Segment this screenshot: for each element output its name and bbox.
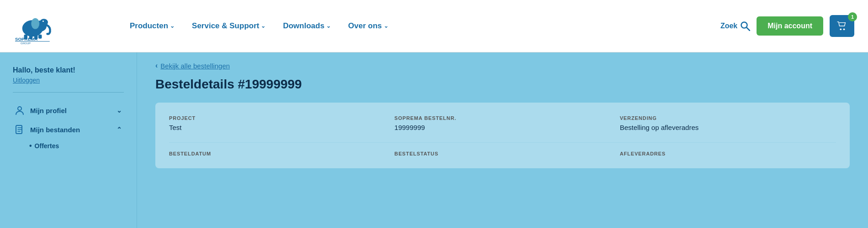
order-field-bestelstatus: BESTELSTATUS bbox=[394, 151, 610, 159]
header: SOPREMA GROUP Producten ⌄ Service & Supp… bbox=[0, 0, 868, 52]
page-title: Besteldetails #19999999 bbox=[155, 77, 850, 92]
sidebar: Hallo, beste klant! Uitloggen Mijn profi… bbox=[0, 52, 137, 228]
chevron-down-icon: ⌄ bbox=[326, 23, 331, 29]
search-button[interactable]: Zoek bbox=[720, 21, 750, 31]
nav-item-producten[interactable]: Producten ⌄ bbox=[123, 19, 181, 33]
logo-svg: SOPREMA GROUP bbox=[14, 8, 69, 44]
svg-text:SOPREMA: SOPREMA bbox=[15, 36, 37, 41]
logo-area: SOPREMA GROUP bbox=[14, 8, 105, 44]
svg-point-15 bbox=[843, 29, 845, 31]
sidebar-submenu: • Offertes bbox=[13, 139, 124, 153]
sidebar-submenu-item-offertes[interactable]: • Offertes bbox=[29, 139, 124, 153]
cart-button[interactable]: 1 bbox=[830, 15, 854, 37]
chevron-up-icon: ⌃ bbox=[116, 126, 122, 133]
content-area: Hallo, beste klant! Uitloggen Mijn profi… bbox=[0, 52, 868, 228]
main-content: ‹ Bekijk alle bestellingen Besteldetails… bbox=[137, 52, 868, 228]
order-field-project: PROJECT Test bbox=[169, 115, 385, 131]
chevron-down-icon: ⌄ bbox=[384, 23, 388, 29]
svg-line-13 bbox=[746, 27, 750, 31]
order-field-label-bestelstatus: BESTELSTATUS bbox=[394, 151, 610, 156]
svg-point-14 bbox=[840, 29, 842, 31]
order-divider bbox=[169, 142, 836, 143]
chevron-down-icon: ⌄ bbox=[170, 23, 175, 29]
main-nav: Producten ⌄ Service & Support ⌄ Download… bbox=[123, 19, 720, 33]
order-field-label-verzending: VERZENDING bbox=[620, 115, 836, 121]
order-bottom-row: BESTELDATUM BESTELSTATUS AFLEVERADRES bbox=[169, 151, 836, 159]
order-field-label-afleveradres: AFLEVERADRES bbox=[620, 151, 836, 156]
svg-rect-8 bbox=[38, 35, 42, 39]
order-field-label-project: PROJECT bbox=[169, 115, 385, 121]
cart-icon bbox=[837, 21, 847, 31]
file-icon bbox=[15, 124, 25, 135]
order-field-afleveradres: AFLEVERADRES bbox=[620, 151, 836, 159]
svg-text:GROUP: GROUP bbox=[21, 42, 31, 44]
nav-item-downloads[interactable]: Downloads ⌄ bbox=[276, 19, 337, 33]
order-field-besteldatum: BESTELDATUM bbox=[169, 151, 385, 159]
bullet-icon: • bbox=[29, 142, 32, 150]
sidebar-logout-link[interactable]: Uitloggen bbox=[13, 77, 40, 84]
mijn-account-button[interactable]: Mijn account bbox=[757, 16, 823, 36]
sidebar-item-mijn-bestanden[interactable]: Mijn bestanden ⌃ bbox=[13, 120, 124, 139]
nav-item-over-ons[interactable]: Over ons ⌄ bbox=[342, 19, 395, 33]
search-icon bbox=[740, 21, 750, 31]
header-right: Zoek Mijn account 1 bbox=[720, 15, 854, 37]
order-field-bestelnr: SOPREMA BESTELNR. 19999999 bbox=[394, 115, 610, 131]
chevron-left-icon: ‹ bbox=[155, 62, 158, 70]
nav-item-service-support[interactable]: Service & Support ⌄ bbox=[185, 19, 272, 33]
order-top-row: PROJECT Test SOPREMA BESTELNR. 19999999 … bbox=[169, 115, 836, 131]
chevron-down-icon: ⌄ bbox=[261, 23, 265, 29]
breadcrumb: ‹ Bekijk alle bestellingen bbox=[155, 62, 850, 70]
person-icon bbox=[15, 105, 25, 115]
cart-count-badge: 1 bbox=[848, 12, 857, 21]
chevron-down-icon: ⌄ bbox=[116, 107, 122, 114]
order-field-value-bestelnr: 19999999 bbox=[394, 124, 610, 131]
breadcrumb-link[interactable]: Bekijk alle bestellingen bbox=[160, 62, 230, 70]
order-field-value-project: Test bbox=[169, 124, 385, 131]
sidebar-greeting: Hallo, beste klant! bbox=[13, 66, 124, 74]
svg-point-3 bbox=[31, 18, 39, 29]
svg-point-16 bbox=[18, 107, 21, 110]
order-field-label-besteldatum: BESTELDATUM bbox=[169, 151, 385, 156]
order-card: PROJECT Test SOPREMA BESTELNR. 19999999 … bbox=[155, 103, 850, 168]
sidebar-divider bbox=[13, 92, 124, 93]
svg-point-4 bbox=[42, 21, 44, 22]
sidebar-item-mijn-profiel[interactable]: Mijn profiel ⌄ bbox=[13, 101, 124, 120]
order-field-value-verzending: Bestelling op afleveradres bbox=[620, 124, 836, 131]
order-field-verzending: VERZENDING Bestelling op afleveradres bbox=[620, 115, 836, 131]
order-field-label-bestelnr: SOPREMA BESTELNR. bbox=[394, 115, 610, 121]
